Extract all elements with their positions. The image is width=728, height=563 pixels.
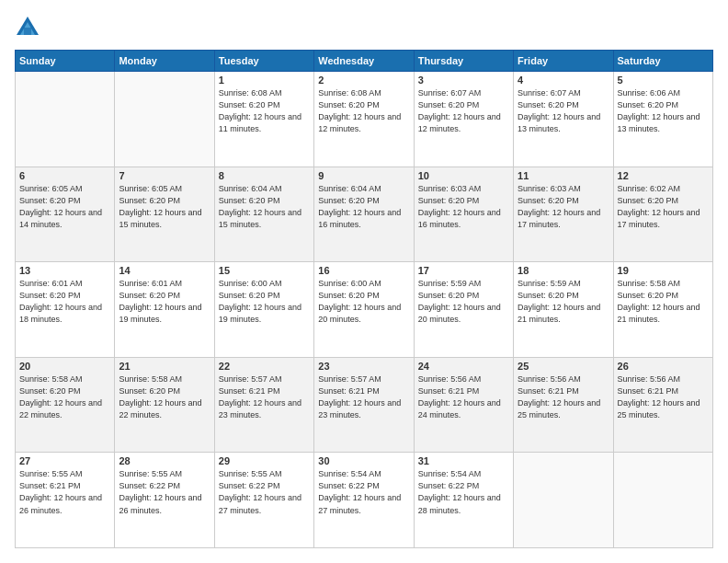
day-info: Sunrise: 5:57 AM Sunset: 6:21 PM Dayligh…	[318, 373, 409, 421]
calendar-cell: 30Sunrise: 5:54 AM Sunset: 6:22 PM Dayli…	[314, 453, 414, 548]
day-number: 10	[418, 170, 509, 181]
day-info: Sunrise: 6:03 AM Sunset: 6:20 PM Dayligh…	[518, 183, 609, 231]
day-info: Sunrise: 6:07 AM Sunset: 6:20 PM Dayligh…	[418, 87, 509, 135]
day-info: Sunrise: 6:04 AM Sunset: 6:20 PM Dayligh…	[219, 183, 310, 231]
calendar-cell	[514, 453, 613, 548]
day-info: Sunrise: 5:58 AM Sunset: 6:20 PM Dayligh…	[618, 278, 709, 326]
calendar-cell: 17Sunrise: 5:59 AM Sunset: 6:20 PM Dayli…	[414, 262, 513, 358]
weekday-header-row: SundayMondayTuesdayWednesdayThursdayFrid…	[16, 51, 713, 72]
day-info: Sunrise: 6:05 AM Sunset: 6:20 PM Dayligh…	[19, 183, 110, 231]
weekday-header: Sunday	[16, 51, 115, 72]
calendar-cell: 15Sunrise: 6:00 AM Sunset: 6:20 PM Dayli…	[214, 262, 313, 358]
weekday-header: Thursday	[414, 51, 513, 72]
weekday-header: Tuesday	[214, 51, 313, 72]
weekday-header: Monday	[115, 51, 214, 72]
calendar-table: SundayMondayTuesdayWednesdayThursdayFrid…	[15, 50, 713, 548]
day-number: 18	[518, 265, 609, 276]
day-number: 11	[518, 170, 609, 181]
day-info: Sunrise: 6:04 AM Sunset: 6:20 PM Dayligh…	[318, 183, 409, 231]
day-number: 26	[618, 361, 709, 372]
day-info: Sunrise: 5:56 AM Sunset: 6:21 PM Dayligh…	[618, 373, 709, 421]
day-info: Sunrise: 6:05 AM Sunset: 6:20 PM Dayligh…	[119, 183, 210, 231]
calendar-cell: 21Sunrise: 5:58 AM Sunset: 6:20 PM Dayli…	[115, 357, 214, 453]
calendar-cell: 3Sunrise: 6:07 AM Sunset: 6:20 PM Daylig…	[414, 72, 513, 167]
calendar-cell: 1Sunrise: 6:08 AM Sunset: 6:20 PM Daylig…	[214, 72, 313, 167]
day-number: 5	[618, 75, 709, 86]
calendar-cell: 20Sunrise: 5:58 AM Sunset: 6:20 PM Dayli…	[16, 357, 115, 453]
calendar-cell: 26Sunrise: 5:56 AM Sunset: 6:21 PM Dayli…	[613, 357, 712, 453]
day-info: Sunrise: 6:02 AM Sunset: 6:20 PM Dayligh…	[618, 183, 709, 231]
calendar-cell: 8Sunrise: 6:04 AM Sunset: 6:20 PM Daylig…	[214, 167, 313, 262]
calendar-cell: 24Sunrise: 5:56 AM Sunset: 6:21 PM Dayli…	[414, 357, 513, 453]
calendar-cell: 11Sunrise: 6:03 AM Sunset: 6:20 PM Dayli…	[514, 167, 613, 262]
day-info: Sunrise: 5:57 AM Sunset: 6:21 PM Dayligh…	[219, 373, 310, 421]
day-info: Sunrise: 5:54 AM Sunset: 6:22 PM Dayligh…	[318, 468, 409, 516]
day-info: Sunrise: 5:56 AM Sunset: 6:21 PM Dayligh…	[518, 373, 609, 421]
day-number: 19	[618, 265, 709, 276]
day-number: 24	[418, 361, 509, 372]
day-info: Sunrise: 5:56 AM Sunset: 6:21 PM Dayligh…	[418, 373, 509, 421]
day-info: Sunrise: 6:08 AM Sunset: 6:20 PM Dayligh…	[318, 87, 409, 135]
day-number: 23	[318, 361, 409, 372]
logo-icon	[15, 15, 40, 40]
day-info: Sunrise: 5:58 AM Sunset: 6:20 PM Dayligh…	[119, 373, 210, 421]
weekday-header: Saturday	[613, 51, 712, 72]
day-info: Sunrise: 5:54 AM Sunset: 6:22 PM Dayligh…	[418, 468, 509, 516]
day-info: Sunrise: 5:55 AM Sunset: 6:22 PM Dayligh…	[119, 468, 210, 516]
calendar-cell: 2Sunrise: 6:08 AM Sunset: 6:20 PM Daylig…	[314, 72, 414, 167]
calendar-cell: 13Sunrise: 6:01 AM Sunset: 6:20 PM Dayli…	[16, 262, 115, 358]
day-number: 30	[318, 455, 409, 466]
calendar-week-row: 20Sunrise: 5:58 AM Sunset: 6:20 PM Dayli…	[16, 357, 713, 453]
day-number: 7	[119, 170, 210, 181]
day-info: Sunrise: 6:01 AM Sunset: 6:20 PM Dayligh…	[119, 278, 210, 326]
weekday-header: Friday	[514, 51, 613, 72]
day-number: 13	[19, 265, 110, 276]
day-number: 3	[418, 75, 509, 86]
calendar-cell: 23Sunrise: 5:57 AM Sunset: 6:21 PM Dayli…	[314, 357, 414, 453]
day-number: 4	[518, 75, 609, 86]
day-number: 29	[219, 455, 310, 466]
calendar-cell: 18Sunrise: 5:59 AM Sunset: 6:20 PM Dayli…	[514, 262, 613, 358]
day-number: 28	[119, 455, 210, 466]
day-info: Sunrise: 5:55 AM Sunset: 6:22 PM Dayligh…	[219, 468, 310, 516]
calendar-cell: 7Sunrise: 6:05 AM Sunset: 6:20 PM Daylig…	[115, 167, 214, 262]
weekday-header: Wednesday	[314, 51, 414, 72]
day-number: 15	[219, 265, 310, 276]
day-info: Sunrise: 6:03 AM Sunset: 6:20 PM Dayligh…	[418, 183, 509, 231]
calendar-week-row: 6Sunrise: 6:05 AM Sunset: 6:20 PM Daylig…	[16, 167, 713, 262]
calendar-cell	[16, 72, 115, 167]
day-number: 27	[19, 455, 110, 466]
calendar-week-row: 1Sunrise: 6:08 AM Sunset: 6:20 PM Daylig…	[16, 72, 713, 167]
day-number: 25	[518, 361, 609, 372]
day-info: Sunrise: 6:06 AM Sunset: 6:20 PM Dayligh…	[618, 87, 709, 135]
day-number: 20	[19, 361, 110, 372]
calendar-week-row: 27Sunrise: 5:55 AM Sunset: 6:21 PM Dayli…	[16, 453, 713, 548]
calendar-cell: 14Sunrise: 6:01 AM Sunset: 6:20 PM Dayli…	[115, 262, 214, 358]
day-number: 17	[418, 265, 509, 276]
calendar-cell: 22Sunrise: 5:57 AM Sunset: 6:21 PM Dayli…	[214, 357, 313, 453]
page: SundayMondayTuesdayWednesdayThursdayFrid…	[0, 0, 728, 563]
day-number: 9	[318, 170, 409, 181]
day-info: Sunrise: 5:58 AM Sunset: 6:20 PM Dayligh…	[19, 373, 110, 421]
calendar-cell: 6Sunrise: 6:05 AM Sunset: 6:20 PM Daylig…	[16, 167, 115, 262]
day-number: 22	[219, 361, 310, 372]
calendar-cell: 12Sunrise: 6:02 AM Sunset: 6:20 PM Dayli…	[613, 167, 712, 262]
logo	[15, 15, 44, 40]
day-number: 31	[418, 455, 509, 466]
day-number: 2	[318, 75, 409, 86]
calendar-cell	[613, 453, 712, 548]
day-info: Sunrise: 6:00 AM Sunset: 6:20 PM Dayligh…	[318, 278, 409, 326]
day-number: 1	[219, 75, 310, 86]
calendar-cell: 9Sunrise: 6:04 AM Sunset: 6:20 PM Daylig…	[314, 167, 414, 262]
day-number: 16	[318, 265, 409, 276]
day-info: Sunrise: 6:08 AM Sunset: 6:20 PM Dayligh…	[219, 87, 310, 135]
calendar-cell: 5Sunrise: 6:06 AM Sunset: 6:20 PM Daylig…	[613, 72, 712, 167]
day-info: Sunrise: 6:01 AM Sunset: 6:20 PM Dayligh…	[19, 278, 110, 326]
header	[15, 15, 713, 40]
calendar-cell: 10Sunrise: 6:03 AM Sunset: 6:20 PM Dayli…	[414, 167, 513, 262]
day-info: Sunrise: 6:00 AM Sunset: 6:20 PM Dayligh…	[219, 278, 310, 326]
calendar-cell: 4Sunrise: 6:07 AM Sunset: 6:20 PM Daylig…	[514, 72, 613, 167]
calendar-cell: 25Sunrise: 5:56 AM Sunset: 6:21 PM Dayli…	[514, 357, 613, 453]
day-number: 8	[219, 170, 310, 181]
calendar-cell	[115, 72, 214, 167]
